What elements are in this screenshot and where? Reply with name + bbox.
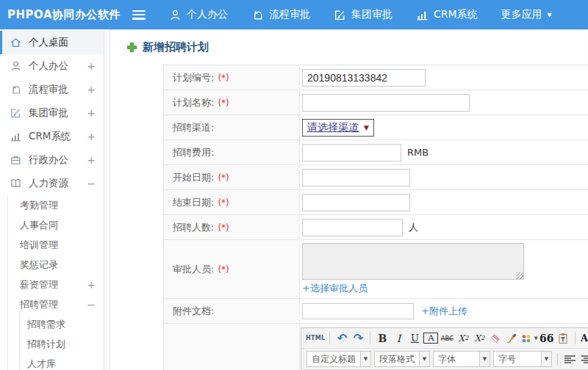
nav-more-apps[interactable]: 更多应用 ▼: [501, 8, 552, 21]
sidebar-item-label: 集团审批: [29, 106, 68, 120]
sidebar-item-rewards[interactable]: 奖惩记录: [8, 255, 110, 275]
sidebar-item-hr-contract[interactable]: 人事合同: [8, 215, 110, 235]
required-mark: (*): [218, 264, 229, 275]
paragraph-format-dropdown[interactable]: 段落格式 ▼: [374, 351, 430, 367]
field-control: [300, 90, 588, 115]
sidebar-item-personal-desktop[interactable]: 个人桌面: [0, 31, 110, 54]
sidebar-item-crm-system[interactable]: CRM系统 +: [0, 125, 110, 148]
strikethrough-button[interactable]: ABC: [440, 330, 454, 347]
eraser-icon[interactable]: [488, 330, 503, 347]
expand-toggle[interactable]: +: [87, 60, 96, 72]
color-palette-icon[interactable]: ▼: [520, 330, 537, 347]
underline-button[interactable]: U: [407, 330, 422, 347]
font-size-dropdown[interactable]: 字号 ▼: [493, 351, 552, 367]
bar-chart-icon: [416, 9, 429, 21]
attachment-upload-link[interactable]: +附件上传: [421, 305, 467, 318]
chevron-down-icon: ▼: [548, 12, 552, 18]
paste-text-icon[interactable]: [556, 330, 570, 347]
recruit-plan-form: 计划编号: (*) 计划名称: (*): [163, 65, 588, 370]
sidebar-item-recruit-plan[interactable]: 招聘计划: [20, 334, 110, 354]
expand-toggle[interactable]: +: [87, 131, 96, 142]
sidebar-item-salary[interactable]: 薪资管理 +: [8, 275, 110, 294]
required-mark: (*): [218, 197, 229, 208]
html-source-button[interactable]: HTML: [306, 330, 325, 347]
font-color-glyph: A: [581, 333, 588, 344]
nav-crm-system[interactable]: CRM系统: [416, 8, 478, 21]
heading-dropdown[interactable]: 自定义标题 ▼: [306, 351, 371, 367]
expand-toggle[interactable]: +: [87, 107, 96, 119]
undo-icon[interactable]: ↶: [334, 330, 349, 347]
toolbar-separator: [557, 353, 558, 366]
field-control: HTML ↶ ↷ B I U A ABC X2: [300, 324, 588, 370]
sidebar-item-recruit-demand[interactable]: 招聘需求: [20, 314, 110, 334]
italic-button[interactable]: I: [391, 330, 406, 347]
format-brush-icon[interactable]: [504, 330, 519, 347]
sidebar-item-admin-office[interactable]: 行政办公 +: [0, 148, 110, 172]
collapse-toggle[interactable]: −: [87, 178, 96, 189]
font-color-button[interactable]: A ▼: [580, 330, 588, 347]
currency-suffix: RMB: [407, 147, 429, 158]
font-family-dropdown[interactable]: 字体 ▼: [433, 351, 490, 367]
sidebar-scrollbar[interactable]: [104, 29, 110, 370]
label-text: 开始日期:: [173, 171, 214, 184]
bold-button[interactable]: B: [375, 330, 390, 347]
required-mark: (*): [218, 73, 229, 83]
top-navbar: PHPOA协同办公软件 个人办公 流程审批 集团审批: [0, 0, 588, 29]
nav-personal-office[interactable]: 个人办公: [169, 8, 228, 21]
field-label: 结束日期: (*): [164, 190, 300, 214]
sidebar-item-label: 考勤管理: [20, 199, 58, 212]
nav-workflow-approval[interactable]: 流程审批: [251, 8, 310, 21]
expand-toggle[interactable]: +: [87, 279, 96, 291]
subscript-button[interactable]: X2: [472, 330, 487, 347]
form-row-editor: HTML ↶ ↷ B I U A ABC X2: [164, 324, 588, 370]
expand-toggle[interactable]: +: [87, 154, 96, 166]
sidebar-item-recruitment[interactable]: 招聘管理 −: [8, 294, 110, 314]
nav-group-approval[interactable]: 集团审批: [334, 8, 392, 21]
hamburger-menu-icon[interactable]: [132, 10, 146, 20]
field-control: [300, 190, 588, 214]
attachment-input[interactable]: [302, 303, 414, 319]
collapse-toggle[interactable]: −: [87, 299, 96, 311]
editor-toolbar-row2: 自定义标题 ▼ 段落格式 ▼ 字体 ▼: [301, 349, 588, 369]
edit-square-icon: [334, 9, 346, 21]
label-text: 计划编号:: [173, 71, 214, 84]
start-date-input[interactable]: [302, 169, 410, 186]
field-label: 计划编号: (*): [164, 65, 300, 90]
label-text: 审批人员:: [173, 263, 214, 276]
field-control: +附件上传: [300, 299, 588, 323]
sidebar-item-training[interactable]: 培训管理: [8, 235, 110, 255]
sidebar-item-human-resources[interactable]: 人力资源 −: [0, 172, 110, 195]
font-name-button[interactable]: A: [423, 333, 438, 344]
page-header: 新增招聘计划: [110, 29, 588, 65]
redo-icon[interactable]: ↷: [351, 330, 365, 347]
recruitment-submenu: 招聘需求 招聘计划 人才库: [19, 314, 110, 370]
fee-input[interactable]: [302, 144, 401, 162]
blockquote-button[interactable]: 66: [539, 330, 554, 347]
plan-name-input[interactable]: [302, 94, 470, 112]
book-icon: [10, 178, 22, 189]
sidebar-item-talent-pool[interactable]: 人才库: [20, 354, 110, 370]
sidebar-item-attendance[interactable]: 考勤管理: [8, 195, 110, 215]
nav-label: 个人办公: [187, 8, 228, 21]
superscript-button[interactable]: X2: [456, 330, 470, 347]
align-center-icon[interactable]: [581, 355, 588, 364]
unit-suffix: 人: [409, 221, 418, 234]
headcount-input[interactable]: [302, 219, 403, 236]
end-date-input[interactable]: [302, 194, 410, 211]
sidebar-item-workflow-approval[interactable]: 流程审批 +: [0, 78, 110, 101]
plan-no-input[interactable]: [302, 69, 426, 87]
hr-submenu: 考勤管理 人事合同 培训管理 奖惩记录 薪资管理 +: [7, 195, 110, 370]
resize-grip-icon[interactable]: [517, 272, 523, 279]
sidebar-item-personal-office[interactable]: 个人办公 +: [0, 54, 110, 78]
expand-toggle[interactable]: +: [87, 84, 96, 95]
form-row-fee: 招聘费用: RMB: [164, 140, 588, 165]
sidebar-item-label: 招聘需求: [27, 318, 65, 331]
sidebar-item-group-approval[interactable]: 集团审批 +: [0, 101, 110, 125]
caret-down-icon: ▼: [419, 352, 429, 366]
approvers-textarea[interactable]: [302, 243, 524, 280]
channel-select[interactable]: 请选择渠道 ▼: [302, 119, 374, 137]
label-text: 附件文档:: [173, 305, 214, 318]
choose-approvers-link[interactable]: +选择审批人员: [302, 282, 368, 295]
align-left-icon[interactable]: [564, 355, 576, 364]
main-content: 新增招聘计划 计划编号: (*) 计划名称: (*): [110, 29, 588, 370]
